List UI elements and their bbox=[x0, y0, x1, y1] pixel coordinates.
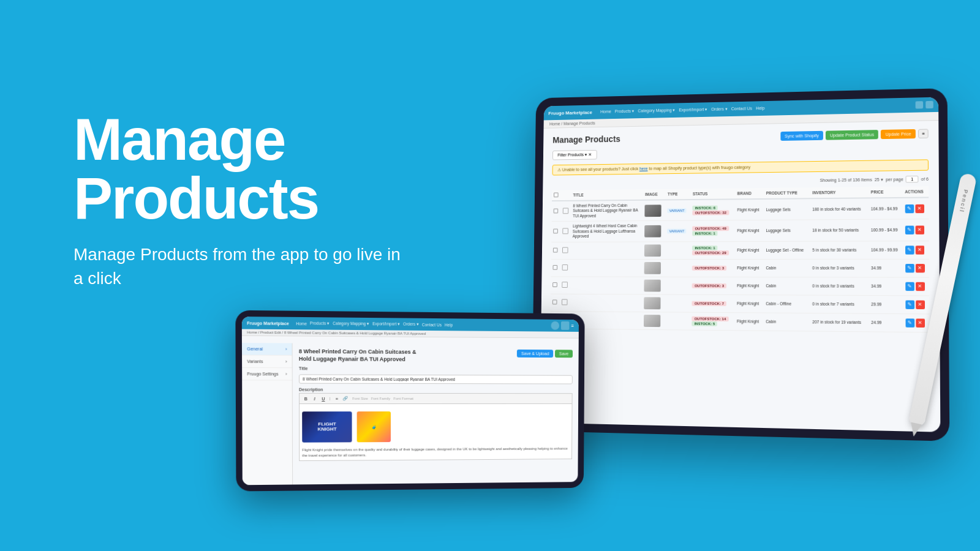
nav-link-export[interactable]: Export/Import ▾ bbox=[679, 107, 707, 113]
nav-link-category[interactable]: Category Mapping ▾ bbox=[638, 108, 675, 113]
row-title bbox=[571, 242, 643, 260]
filter-button[interactable]: Filter Products ▾ ✕ bbox=[552, 150, 597, 160]
pencil-label: Pencil bbox=[958, 189, 969, 214]
front-nav-right: ≡ bbox=[551, 321, 574, 330]
edit-button[interactable]: ✎ bbox=[905, 264, 914, 272]
front-nav-export[interactable]: Export/Import ▾ bbox=[372, 321, 400, 326]
filter-bar: Filter Products ▾ ✕ bbox=[552, 144, 929, 160]
menu-icon[interactable] bbox=[925, 101, 933, 108]
row-checkbox[interactable] bbox=[553, 229, 558, 234]
front-sidebar: General › Variants › Fruugo Settings › bbox=[242, 343, 293, 485]
front-nav-category[interactable]: Category Mapping ▾ bbox=[333, 321, 369, 327]
row-brand: Flight Knight bbox=[735, 220, 764, 241]
font-format-label: Font Format bbox=[393, 397, 413, 400]
row-type: VARIANT bbox=[668, 208, 687, 213]
delete-button[interactable]: ✕ bbox=[916, 282, 925, 290]
row-title: Lightweight 4 Wheel Hard Case Cabin Suit… bbox=[571, 221, 643, 242]
toolbar-align[interactable]: ≡ bbox=[333, 395, 341, 402]
front-nav-home[interactable]: Home bbox=[296, 321, 307, 326]
description-text: Flight Knight pride themselves on the qu… bbox=[302, 446, 569, 458]
hero-section: Manage Products Manage Products from the… bbox=[74, 110, 410, 290]
nav-link-products[interactable]: Products ▾ bbox=[615, 109, 635, 114]
save-upload-button[interactable]: Save & Upload bbox=[517, 350, 553, 358]
edit-button[interactable]: ✎ bbox=[905, 300, 914, 309]
warning-link[interactable]: here bbox=[639, 167, 648, 171]
toolbar-underline[interactable]: U bbox=[320, 395, 327, 402]
row-brand: Flight Knight bbox=[736, 199, 764, 220]
toolbar-italic[interactable]: I bbox=[311, 395, 318, 402]
edit-button[interactable]: ✎ bbox=[905, 282, 914, 290]
update-status-button[interactable]: Update Product Status bbox=[826, 130, 878, 140]
manage-products-content: Manage Products Sync with Shopify Update… bbox=[541, 121, 940, 340]
delete-button[interactable]: ✕ bbox=[916, 318, 925, 328]
front-main-content: 8 Wheel Printed Carry On Cabin Suitcases… bbox=[293, 343, 579, 485]
nav-link-orders[interactable]: Orders ▾ bbox=[711, 107, 728, 111]
col-image: IMAGE bbox=[643, 189, 666, 200]
tablet-front-screen: Fruugo Marketplace Home Products ▾ Categ… bbox=[242, 317, 579, 485]
page-input[interactable] bbox=[906, 176, 919, 182]
delete-button[interactable]: ✕ bbox=[915, 246, 924, 254]
sidebar-fruugo-label: Fruugo Settings bbox=[247, 372, 278, 376]
front-nav-products[interactable]: Products ▾ bbox=[310, 321, 330, 326]
row-status: OUTOFSTOCK: 49 INSTOCK: 1 bbox=[690, 220, 735, 241]
tablet-back-screen: Fruugo Marketplace Home Products ▾ Categ… bbox=[540, 97, 940, 432]
grid-view-button[interactable]: ≡ bbox=[918, 129, 929, 138]
col-price: PRICE bbox=[869, 187, 903, 198]
toolbar-bold[interactable]: B bbox=[302, 395, 309, 402]
col-title: TITLE bbox=[571, 189, 644, 201]
table-row: Lightweight 4 Wheel Hard Case Cabin Suit… bbox=[551, 219, 929, 242]
nav-link-contact[interactable]: Contact Us bbox=[731, 106, 752, 111]
col-product-type: PRODUCT TYPE bbox=[764, 187, 811, 199]
col-check bbox=[552, 190, 561, 201]
delete-button[interactable]: ✕ bbox=[915, 264, 924, 272]
front-nav-contact[interactable]: Contact Us bbox=[422, 322, 442, 326]
edit-button[interactable]: ✎ bbox=[905, 226, 914, 234]
front-nav-help[interactable]: Help bbox=[445, 323, 453, 327]
editor-toolbar: B I U | ≡ 🔗 Font Size Font Family Font F… bbox=[299, 393, 573, 403]
row-price: 100.99 - $4.99 bbox=[869, 219, 903, 241]
update-price-button[interactable]: Update Price bbox=[881, 129, 915, 138]
delete-button[interactable]: ✕ bbox=[916, 300, 925, 309]
flight-knight-image: FLIGHTKNIGHT bbox=[302, 411, 352, 443]
toolbar-link[interactable]: 🔗 bbox=[342, 395, 349, 402]
front-nav-menu[interactable]: ≡ bbox=[571, 323, 575, 329]
row-icon bbox=[562, 228, 568, 234]
table-row: OUTOFSTOCK: 3 Flight Knight Cabin 0 in s… bbox=[551, 277, 929, 296]
edit-button[interactable]: ✎ bbox=[905, 246, 914, 254]
delete-button[interactable]: ✕ bbox=[915, 225, 924, 234]
sidebar-chevron: › bbox=[285, 347, 287, 351]
row-status: INSTOCK: 6 OUTOFSTOCK: 32 bbox=[691, 199, 736, 220]
row-image bbox=[644, 279, 661, 291]
sidebar-variants-label: Variants bbox=[247, 359, 263, 364]
edit-button[interactable]: ✎ bbox=[905, 204, 914, 213]
row-status: INSTOCK: 1 OUTOFSTOCK: 29 bbox=[690, 241, 735, 259]
table-row: 8 Wheel Printed Carry On Cabin Suitcases… bbox=[552, 197, 929, 221]
sync-button[interactable]: Sync with Shopify bbox=[780, 130, 823, 140]
edit-button[interactable]: ✎ bbox=[905, 318, 914, 328]
nav-link-help[interactable]: Help bbox=[756, 106, 764, 111]
sidebar-variants[interactable]: Variants › bbox=[242, 355, 292, 368]
font-family-label: Font Family bbox=[371, 397, 391, 400]
pagination-top: Showing 1-25 of 136 Items 25 ▾ per page … bbox=[552, 176, 929, 187]
row-image bbox=[644, 315, 660, 327]
delete-button[interactable]: ✕ bbox=[915, 204, 924, 212]
nav-link-home[interactable]: Home bbox=[600, 110, 611, 114]
editor-body[interactable]: FLIGHTKNIGHT 🧳 Flight Knight pride thems… bbox=[299, 403, 572, 461]
sidebar-fruugo-settings[interactable]: Fruugo Settings › bbox=[242, 368, 292, 381]
front-nav-orders[interactable]: Orders ▾ bbox=[403, 322, 419, 327]
hero-main-title: Manage Products bbox=[74, 110, 410, 228]
settings-icon[interactable] bbox=[916, 101, 924, 108]
row-actions: ✎ ✕ bbox=[905, 225, 927, 234]
col-actions: ACTIONS bbox=[903, 186, 929, 198]
front-product-title: 8 Wheel Printed Carry On Cabin Suitcases… bbox=[299, 348, 423, 364]
title-field-label: Title bbox=[299, 367, 573, 372]
row-actions: ✎ ✕ bbox=[905, 204, 927, 213]
front-nav-icon-sq[interactable] bbox=[561, 321, 570, 330]
front-nav-icon-circle[interactable] bbox=[551, 321, 560, 330]
row-type: VARIANT bbox=[667, 228, 686, 233]
row-checkbox[interactable] bbox=[554, 209, 559, 214]
app-nav-links: Home Products ▾ Category Mapping ▾ Expor… bbox=[600, 106, 764, 114]
save-button[interactable]: Save bbox=[555, 350, 573, 358]
sidebar-general[interactable]: General › bbox=[242, 343, 292, 356]
title-field-input[interactable] bbox=[299, 375, 573, 384]
